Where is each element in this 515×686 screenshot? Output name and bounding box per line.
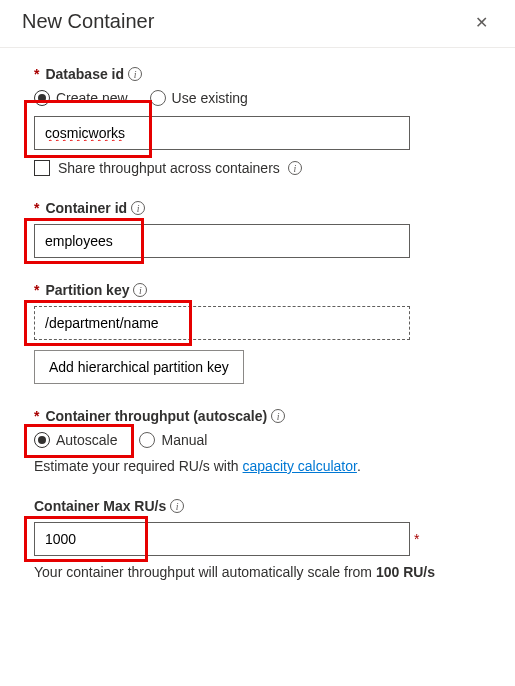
partition-key-input[interactable] bbox=[34, 306, 410, 340]
capacity-help-text: Estimate your required RU/s with capacit… bbox=[34, 458, 481, 474]
share-throughput-label: Share throughput across containers bbox=[58, 160, 280, 176]
use-existing-radio[interactable]: Use existing bbox=[150, 90, 248, 106]
radio-dot-icon bbox=[34, 90, 50, 106]
create-new-radio[interactable]: Create new bbox=[34, 90, 128, 106]
panel-title: New Container bbox=[22, 10, 154, 33]
info-icon[interactable]: i bbox=[170, 499, 184, 513]
max-rus-input[interactable] bbox=[34, 522, 410, 556]
throughput-label: * Container throughput (autoscale) i bbox=[34, 408, 481, 424]
container-id-label: * Container id i bbox=[34, 200, 481, 216]
info-icon[interactable]: i bbox=[131, 201, 145, 215]
capacity-calculator-link[interactable]: capacity calculator bbox=[243, 458, 357, 474]
radio-dot-icon bbox=[150, 90, 166, 106]
manual-radio[interactable]: Manual bbox=[139, 432, 207, 448]
database-id-input[interactable] bbox=[34, 116, 410, 150]
max-rus-label: Container Max RU/s i bbox=[34, 498, 481, 514]
radio-dot-icon bbox=[34, 432, 50, 448]
info-icon[interactable]: i bbox=[271, 409, 285, 423]
close-icon[interactable] bbox=[475, 13, 493, 31]
radio-dot-icon bbox=[139, 432, 155, 448]
scale-note: Your container throughput will automatic… bbox=[34, 564, 481, 580]
partition-key-label: * Partition key i bbox=[34, 282, 481, 298]
add-hierarchical-key-button[interactable]: Add hierarchical partition key bbox=[34, 350, 244, 384]
info-icon[interactable]: i bbox=[288, 161, 302, 175]
info-icon[interactable]: i bbox=[128, 67, 142, 81]
share-throughput-checkbox[interactable] bbox=[34, 160, 50, 176]
container-id-input[interactable] bbox=[34, 224, 410, 258]
info-icon[interactable]: i bbox=[133, 283, 147, 297]
database-id-label: * Database id i bbox=[34, 66, 481, 82]
autoscale-radio[interactable]: Autoscale bbox=[34, 432, 117, 448]
